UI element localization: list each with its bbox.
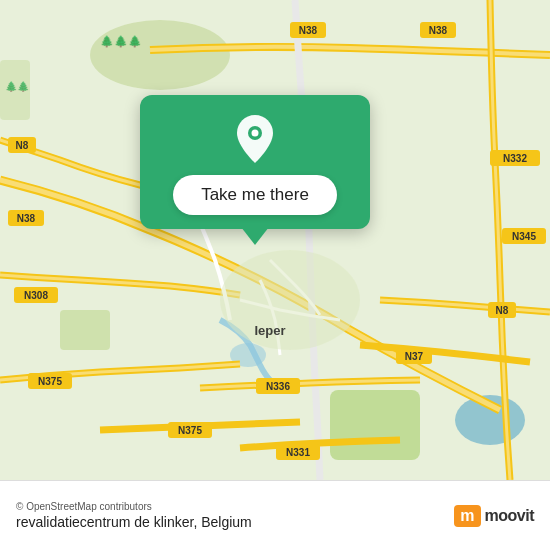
svg-text:N375: N375 [178, 425, 202, 436]
svg-text:N8: N8 [496, 305, 509, 316]
svg-text:Ieper: Ieper [254, 323, 285, 338]
svg-rect-2 [330, 390, 420, 460]
location-pin-icon [231, 113, 279, 165]
moovit-logo: m moovit [454, 505, 534, 527]
take-me-there-button[interactable]: Take me there [173, 175, 337, 215]
svg-text:N308: N308 [24, 290, 48, 301]
place-name: revalidatiecentrum de klinker, Belgium [16, 514, 252, 530]
svg-text:🌲🌲: 🌲🌲 [5, 80, 30, 93]
bottom-info: © OpenStreetMap contributors revalidatie… [16, 501, 252, 530]
svg-point-1 [90, 20, 230, 90]
location-icon-wrap [229, 113, 281, 165]
svg-text:N336: N336 [266, 381, 290, 392]
svg-text:N332: N332 [503, 153, 527, 164]
svg-text:N8: N8 [16, 140, 29, 151]
svg-text:N345: N345 [512, 231, 536, 242]
moovit-m-icon: m [454, 505, 480, 527]
svg-text:N38: N38 [17, 213, 36, 224]
map-attribution: © OpenStreetMap contributors [16, 501, 252, 512]
svg-text:N38: N38 [429, 25, 448, 36]
svg-text:N331: N331 [286, 447, 310, 458]
svg-point-38 [252, 130, 259, 137]
svg-point-7 [220, 250, 360, 350]
bottom-bar: © OpenStreetMap contributors revalidatie… [0, 480, 550, 550]
svg-text:N38: N38 [299, 25, 318, 36]
svg-text:N375: N375 [38, 376, 62, 387]
popup-callout: Take me there [140, 95, 370, 229]
svg-text:N37: N37 [405, 351, 424, 362]
svg-text:🌲🌲🌲: 🌲🌲🌲 [100, 34, 142, 48]
map-container: N38 N38 N8 N38 N332 N345 N308 N8 N375 N3… [0, 0, 550, 480]
svg-rect-3 [60, 310, 110, 350]
moovit-wordmark: moovit [485, 507, 534, 525]
